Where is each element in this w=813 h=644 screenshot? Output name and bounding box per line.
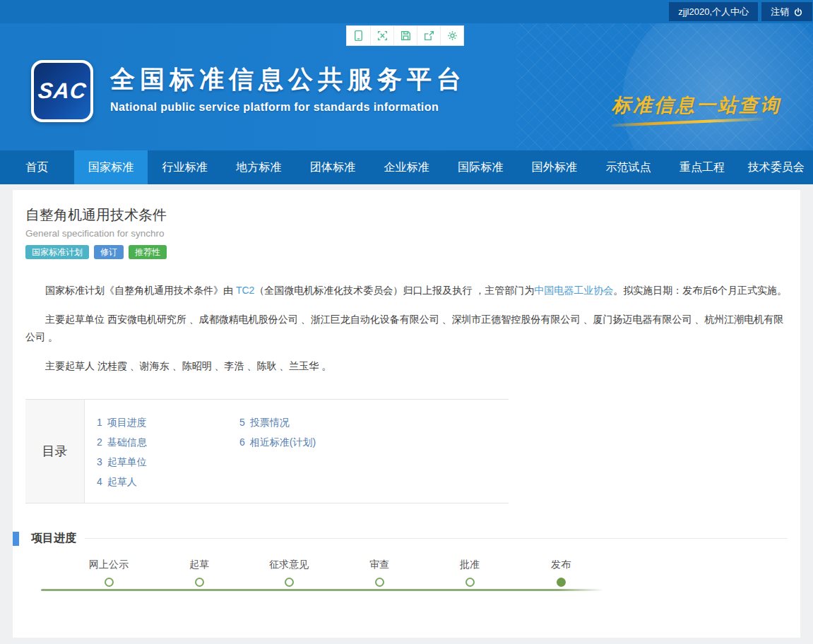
timeline-step-comments: 征求意见: [250, 559, 328, 587]
banner-slogan: 标准信息一站查询: [612, 93, 781, 124]
site-title: 全国标准信息公共服务平台: [110, 63, 466, 96]
tc2-link[interactable]: TC2: [236, 285, 254, 296]
accessibility-toolbar: [346, 25, 464, 46]
nav-item-international-standards[interactable]: 国际标准: [444, 150, 518, 184]
drafting-units-paragraph: 主要起草单位 西安微电机研究所 、成都微精电机股份公司 、浙江巨龙自动化设备有限…: [25, 311, 788, 346]
nav-item-pilot-projects[interactable]: 示范试点: [591, 150, 665, 184]
section-rule: [85, 538, 788, 539]
sac-logo[interactable]: SAC: [31, 60, 93, 122]
timeline-line: [41, 589, 603, 591]
toc-link-drafting-units[interactable]: 3起草单位: [97, 452, 239, 472]
nav-item-national-standards[interactable]: 国家标准: [74, 150, 148, 184]
site-banner: SAC 全国标准信息公共服务平台 National public service…: [0, 23, 813, 150]
user-account-button[interactable]: zjjl2020,个人中心: [669, 2, 758, 21]
nav-item-key-projects[interactable]: 重点工程: [665, 150, 740, 184]
toc-link-basic-info[interactable]: 2基础信息: [97, 432, 239, 452]
tag-row: 国家标准计划 修订 推荐性: [25, 245, 788, 259]
power-icon: [793, 7, 803, 17]
site-subtitle: National public service platform for sta…: [110, 101, 466, 114]
timeline-step-review: 审查: [340, 559, 418, 587]
nav-item-industry-standards[interactable]: 行业标准: [148, 150, 222, 184]
save-icon[interactable]: [393, 26, 417, 45]
share-icon[interactable]: [417, 26, 440, 45]
standard-title-english: General specification for synchro: [25, 228, 788, 239]
timeline-dot: [465, 578, 475, 587]
timeline-dot: [557, 578, 566, 587]
nav-item-enterprise-standards[interactable]: 企业标准: [369, 150, 444, 184]
section-header-project-progress: 项目进度: [13, 531, 788, 546]
timeline-dot: [195, 578, 204, 587]
tablet-icon[interactable]: [347, 26, 370, 45]
user-account-label: zjjl2020,个人中心: [678, 6, 749, 18]
settings-icon[interactable]: [440, 26, 463, 45]
toc-link-project-progress[interactable]: 1项目进度: [97, 412, 239, 432]
timeline-step-online-publicity: 网上公示: [70, 559, 148, 587]
tag-national-standard-plan: 国家标准计划: [25, 245, 89, 259]
nav-item-foreign-standards[interactable]: 国外标准: [517, 150, 591, 184]
toc-link-drafters[interactable]: 4起草人: [97, 472, 239, 491]
timeline-dot: [375, 578, 384, 587]
standard-title: 自整角机通用技术条件: [25, 190, 788, 225]
globe-graphic: [622, 23, 813, 150]
brand-block: 全国标准信息公共服务平台 National public service pla…: [110, 63, 466, 114]
intro-paragraph: 国家标准计划《自整角机通用技术条件》由 TC2（全国微电机标准化技术委员会）归口…: [25, 282, 788, 299]
nav-item-group-standards[interactable]: 团体标准: [296, 150, 370, 184]
timeline-dot: [105, 578, 114, 587]
tag-recommended: 推荐性: [129, 245, 167, 259]
top-bar: zjjl2020,个人中心 注销: [0, 0, 813, 23]
tag-revision: 修订: [94, 245, 124, 259]
nav-item-home[interactable]: 首页: [0, 150, 74, 184]
logout-button[interactable]: 注销: [761, 2, 812, 21]
section-title: 项目进度: [31, 531, 76, 546]
timeline-dot: [285, 578, 294, 587]
content-card: 自整角机通用技术条件 General specification for syn…: [13, 190, 800, 638]
nav-item-technical-committees[interactable]: 技术委员会: [739, 150, 813, 184]
logout-label: 注销: [771, 6, 789, 18]
drafters-paragraph: 主要起草人 沈桂霞 、谢海东 、陈昭明 、李浩 、陈耿 、兰玉华 。: [25, 357, 788, 375]
standard-summary: 国家标准计划《自整角机通用技术条件》由 TC2（全国微电机标准化技术委员会）归口…: [25, 282, 788, 375]
section-accent-bar: [13, 532, 19, 546]
timeline-step-publication: 发布: [522, 559, 600, 587]
toc-title: 目录: [25, 400, 85, 503]
table-of-contents: 目录 1项目进度 2基础信息 3起草单位 4起草人 5投票情况 6相近标准(计划…: [25, 399, 509, 503]
nav-item-local-standards[interactable]: 地方标准: [222, 150, 296, 184]
timeline-step-approval: 批准: [431, 559, 509, 587]
main-nav: 首页 国家标准 行业标准 地方标准 团体标准 企业标准 国际标准 国外标准 示范…: [0, 150, 813, 184]
toc-link-similar-standards[interactable]: 6相近标准(计划): [239, 432, 316, 452]
timeline-step-drafting: 起草: [160, 559, 238, 587]
slogan-text: 标准信息一站查询: [612, 93, 781, 118]
department-link[interactable]: 中国电器工业协会: [534, 285, 613, 296]
sac-logo-text: SAC: [37, 78, 88, 104]
progress-timeline: 网上公示 起草 征求意见 审查 批准 发布: [25, 559, 788, 614]
toc-link-voting[interactable]: 5投票情况: [239, 412, 316, 432]
fullscreen-icon[interactable]: [370, 26, 393, 45]
